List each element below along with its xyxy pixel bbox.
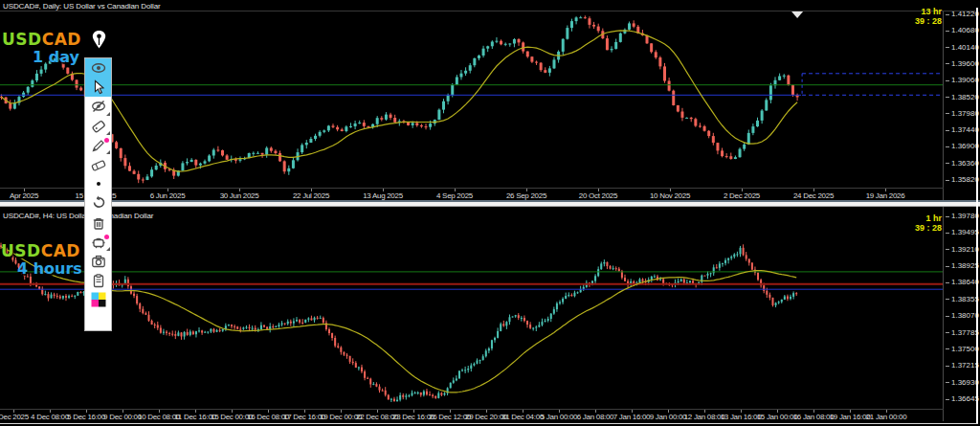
price-label: 1.37500 xyxy=(946,346,979,353)
price-label: 1.40680 xyxy=(946,27,979,34)
submenu-corner-icon xyxy=(106,131,110,135)
time-label: 5 Jan 00:00 xyxy=(541,413,578,421)
price-label: 1.38925 xyxy=(946,262,979,270)
watermark-timeframe: 4 hours xyxy=(17,261,82,277)
time-label: 22 Jul 2025 xyxy=(293,191,329,200)
price-label: 1.40140 xyxy=(946,44,979,52)
time-label: 19 Jan 16:00 xyxy=(830,413,871,421)
time-label: 10 Nov 2025 xyxy=(650,191,690,200)
toolbar-item-undo[interactable] xyxy=(85,193,111,213)
window-bottom-border xyxy=(0,423,978,424)
window-right-border xyxy=(976,8,978,423)
time-label: Dec 2025 xyxy=(0,413,29,421)
time-label: 9 Dec 00:00 xyxy=(103,413,142,421)
price-label: 1.36900 xyxy=(946,143,979,150)
price-axis-h4[interactable]: 1.397801.394951.392101.389251.386401.383… xyxy=(944,211,980,408)
pen-pin-icon[interactable] xyxy=(91,30,107,55)
price-label: 1.39060 xyxy=(946,77,979,84)
time-label: 2 Dec 2025 xyxy=(724,191,760,200)
candle-countdown-timer-h4: 1 hr 39 : 28 xyxy=(915,213,942,233)
time-label: 12 Jan 08:00 xyxy=(684,413,725,421)
candlestick-chart-daily[interactable] xyxy=(0,11,944,190)
price-label: 1.39600 xyxy=(946,60,979,68)
time-label: 13 Jan 16:00 xyxy=(721,413,762,421)
trading-terminal: USDCAD#, Daily: US Dollar vs Canadian Do… xyxy=(0,0,980,426)
toolbar-item-robot[interactable] xyxy=(85,233,111,252)
toolbar-item-trash[interactable] xyxy=(85,213,111,233)
toolbar-item-dot[interactable] xyxy=(85,174,111,193)
price-label: 1.41220 xyxy=(946,11,979,18)
time-label: 9 Jan 00:00 xyxy=(650,413,687,421)
candle-countdown-timer-daily: 13 hr 39 : 28 xyxy=(915,7,942,26)
time-label: 5 Dec 16:00 xyxy=(67,413,105,421)
trash-icon xyxy=(90,214,107,232)
toolbar-item-eye-slash[interactable] xyxy=(85,97,111,116)
cursor-icon xyxy=(90,78,107,96)
badge-dot xyxy=(104,235,109,239)
price-label: 1.39780 xyxy=(946,213,979,220)
price-label: 1.36360 xyxy=(946,160,979,168)
price-label: 1.36930 xyxy=(946,379,979,387)
undo-icon xyxy=(90,194,107,212)
price-label: 1.37440 xyxy=(946,126,979,134)
toolbar-item-eye[interactable] xyxy=(85,58,111,78)
price-label: 1.36645 xyxy=(946,395,979,403)
submenu-corner-icon xyxy=(106,112,110,116)
toolbar-item-cursor[interactable] xyxy=(85,78,111,97)
price-label: 1.38355 xyxy=(946,296,979,303)
time-label: Apr 2025 xyxy=(10,191,38,200)
price-label: 1.39210 xyxy=(946,246,979,254)
time-axis-h4[interactable]: Dec 20254 Dec 08:005 Dec 16:009 Dec 00:0… xyxy=(0,409,944,422)
chart-title-h4: USDCAD#, H4: US Dollar vs Canadian Dolla… xyxy=(3,212,153,220)
time-label: 31 Dec 04:00 xyxy=(501,413,544,421)
time-label: 15 Jan 00:00 xyxy=(757,413,798,421)
time-label: 16 Jan 08:00 xyxy=(793,413,835,421)
time-label: 24 Dec 2025 xyxy=(793,191,834,200)
toolbar-item-clipboard[interactable] xyxy=(85,271,111,290)
window-separator[interactable] xyxy=(0,200,980,207)
time-label: 30 Jun 2025 xyxy=(220,191,259,200)
drawing-toolbar[interactable] xyxy=(84,57,112,331)
palette-icon xyxy=(90,291,107,308)
eraser-icon xyxy=(90,156,107,173)
price-label: 1.37215 xyxy=(946,362,979,370)
time-axis-daily[interactable]: Apr 202515 May 20256 Jun 202530 Jun 2025… xyxy=(0,188,944,201)
price-axis-daily[interactable]: 1.412201.406801.401401.396001.390601.385… xyxy=(944,11,980,190)
time-label: 6 Jan 08:00 xyxy=(577,413,614,421)
eye-icon xyxy=(90,59,107,77)
time-label: 19 Jan 2026 xyxy=(866,191,905,200)
dot-icon xyxy=(90,175,107,192)
price-label: 1.38640 xyxy=(946,279,979,286)
watermark-symbol: USDCAD xyxy=(2,32,81,48)
time-label: 6 Jun 2025 xyxy=(150,191,186,200)
price-label: 1.35820 xyxy=(946,176,979,184)
time-label: 7 Jan 16:00 xyxy=(613,413,651,421)
tag-icon xyxy=(90,118,107,135)
price-label: 1.38520 xyxy=(946,94,979,101)
camera-icon xyxy=(90,253,107,270)
candlestick-chart-h4[interactable] xyxy=(0,211,944,408)
submenu-corner-icon xyxy=(106,150,110,154)
time-label: 26 Sep 2025 xyxy=(506,191,546,200)
eye-slash-icon xyxy=(90,98,107,115)
toolbar-item-palette[interactable] xyxy=(85,290,111,309)
toolbar-item-tag[interactable] xyxy=(85,117,111,136)
price-label: 1.37785 xyxy=(946,329,979,337)
time-label: 21 Jan 00:00 xyxy=(866,413,907,421)
watermark-symbol: USDCAD xyxy=(1,243,82,259)
time-label: 20 Oct 2025 xyxy=(579,191,617,200)
time-label: 4 Dec 08:00 xyxy=(31,413,69,421)
toolbar-item-eraser[interactable] xyxy=(85,155,111,174)
price-label: 1.39495 xyxy=(946,229,979,236)
submenu-corner-icon xyxy=(106,247,110,251)
badge-dot xyxy=(104,138,109,143)
symbol-watermark-h4: USDCAD 4 hours xyxy=(1,243,82,277)
chart-title-daily: USDCAD#, Daily: US Dollar vs Canadian Do… xyxy=(3,2,161,11)
watermark-timeframe: 1 day xyxy=(33,50,81,65)
toolbar-item-pencil[interactable] xyxy=(85,136,111,155)
clipboard-icon xyxy=(90,272,107,289)
time-label: 4 Sep 2025 xyxy=(436,191,473,200)
toolbar-item-camera[interactable] xyxy=(85,252,111,271)
symbol-watermark-daily: USDCAD 1 day xyxy=(2,32,81,65)
price-label: 1.38070 xyxy=(946,312,979,320)
